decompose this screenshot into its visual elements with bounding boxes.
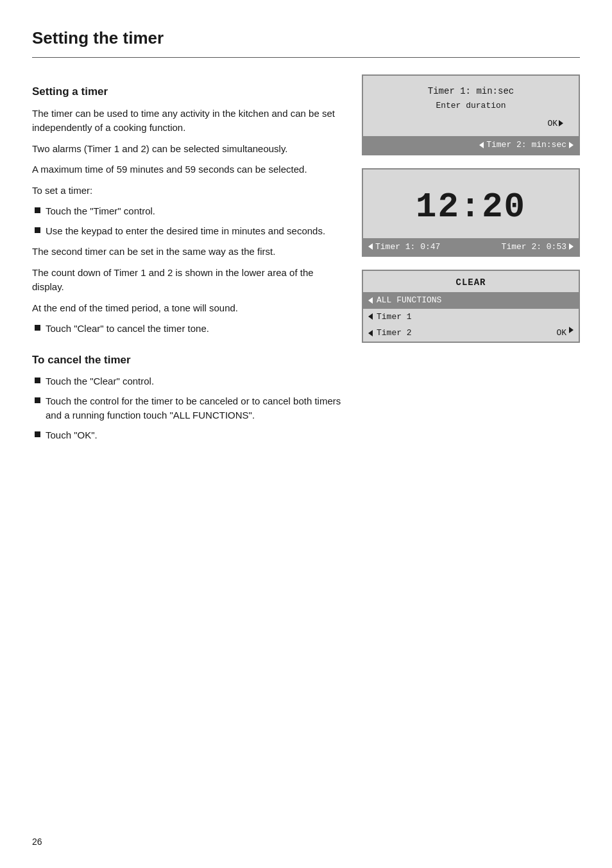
bullet-icon-4 bbox=[35, 378, 40, 383]
timer1-countdown[interactable]: Timer 1: 0:47 bbox=[368, 241, 440, 254]
clock-display-screen: 12:20 Timer 1: 0:47 Timer 2: 0:53 bbox=[362, 168, 580, 257]
bullet-3: Touch "Clear" to cancel the timer tone. bbox=[32, 322, 343, 336]
ok-arrow-icon bbox=[559, 120, 563, 126]
bullet-icon-3 bbox=[35, 325, 40, 331]
para1: The timer can be used to time any activi… bbox=[32, 107, 343, 135]
cancel-section: To cancel the timer Touch the "Clear" co… bbox=[32, 352, 343, 443]
bullet-2: Use the keypad to enter the desired time… bbox=[32, 224, 343, 239]
section1-bullets: Touch the "Timer" control. Use the keypa… bbox=[32, 204, 343, 238]
right-screens: Timer 1: min:sec Enter duration OK Timer… bbox=[362, 68, 580, 449]
timer2-ok-row: Timer 2 OK bbox=[363, 325, 579, 342]
clock-bottom: Timer 1: 0:47 Timer 2: 0:53 bbox=[363, 238, 579, 256]
screen1-title: Timer 1: min:sec bbox=[373, 85, 568, 98]
timer2-arrow-left-icon bbox=[479, 142, 484, 148]
left-content: Setting a timer The timer can be used to… bbox=[32, 68, 343, 449]
para3: A maximum time of 59 minutes and 59 seco… bbox=[32, 162, 343, 177]
timer1-item[interactable]: Timer 1 bbox=[363, 309, 579, 326]
cancel-bullet-3: Touch "OK". bbox=[32, 428, 343, 443]
cancel-bullet-1: Touch the "Clear" control. bbox=[32, 374, 343, 389]
screen1-content: Timer 1: min:sec Enter duration OK bbox=[363, 76, 579, 136]
clear-screen: CLEAR ALL FUNCTIONS Timer 1 Timer 2 OK bbox=[362, 270, 580, 343]
clear-title: CLEAR bbox=[363, 271, 579, 292]
bullet-icon-1 bbox=[35, 207, 40, 213]
bullet-icon-6 bbox=[35, 431, 40, 437]
para7: At the end of the timed period, a tone w… bbox=[32, 301, 343, 316]
section1-bullet-clear: Touch "Clear" to cancel the timer tone. bbox=[32, 322, 343, 336]
clear-ok-button[interactable]: OK bbox=[551, 325, 579, 342]
section2-title: To cancel the timer bbox=[32, 352, 343, 369]
timer2-arrow-right-icon2 bbox=[569, 243, 574, 250]
para5: The second timer can be set in the same … bbox=[32, 245, 343, 259]
all-functions-item[interactable]: ALL FUNCTIONS bbox=[363, 292, 579, 309]
page-title: Setting the timer bbox=[32, 26, 580, 58]
section1-title: Setting a timer bbox=[32, 83, 343, 100]
para4: To set a timer: bbox=[32, 184, 343, 198]
cancel-bullet-2: Touch the control for the timer to be ca… bbox=[32, 394, 343, 423]
bullet-icon-5 bbox=[35, 397, 40, 403]
clear-ok-arrow-icon bbox=[569, 327, 574, 333]
big-time-display: 12:20 bbox=[416, 176, 526, 238]
bullet-1: Touch the "Timer" control. bbox=[32, 204, 343, 219]
section2-bullets: Touch the "Clear" control. Touch the con… bbox=[32, 374, 343, 442]
para6: The count down of Timer 1 and 2 is shown… bbox=[32, 266, 343, 295]
all-functions-arrow-icon bbox=[368, 297, 373, 304]
page-number: 26 bbox=[32, 835, 42, 849]
bullet-icon-2 bbox=[35, 227, 40, 233]
timer2-row[interactable]: Timer 2: min:sec bbox=[363, 136, 579, 154]
timer1-arrow-icon bbox=[368, 313, 373, 320]
timer1-arrow-left-icon bbox=[368, 243, 373, 250]
timer2-arrow-right-icon bbox=[569, 142, 574, 148]
timer2-clear-arrow-icon bbox=[368, 330, 373, 336]
screen1-ok-row: OK bbox=[373, 117, 568, 133]
clock-top: 12:20 bbox=[363, 169, 579, 238]
screen1-subtitle: Enter duration bbox=[373, 100, 568, 112]
ok-button[interactable]: OK bbox=[547, 117, 563, 130]
timer2-item[interactable]: Timer 2 bbox=[363, 325, 417, 342]
timer-entry-screen: Timer 1: min:sec Enter duration OK Timer… bbox=[362, 74, 580, 155]
para2: Two alarms (Timer 1 and 2) can be select… bbox=[32, 142, 343, 157]
timer2-countdown[interactable]: Timer 2: 0:53 bbox=[502, 241, 574, 254]
